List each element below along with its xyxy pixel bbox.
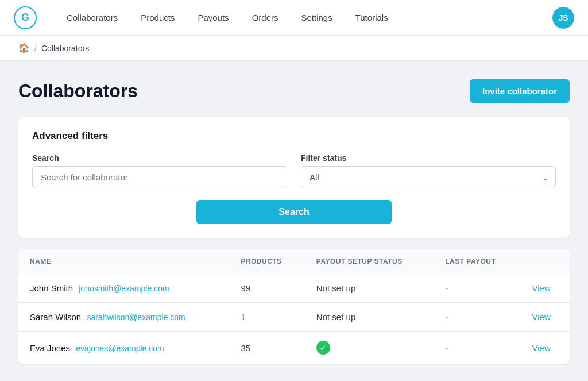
search-filter-group: Search xyxy=(32,153,287,188)
cell-action: View xyxy=(521,303,570,332)
search-button-wrap: Search xyxy=(32,200,556,224)
cell-name: Eva Jones evajones@example.com xyxy=(18,332,229,364)
cell-last-payout: - xyxy=(434,332,520,364)
collaborator-email: evajones@example.com xyxy=(76,344,164,353)
breadcrumb: 🏠 / Collaborators xyxy=(0,36,588,61)
breadcrumb-separator: / xyxy=(34,44,37,53)
logo[interactable]: G xyxy=(14,6,37,29)
filters-card: Advanced filters Search Filter status Al… xyxy=(18,117,570,238)
table-header-row: NAME PRODUCTS PAYOUT SETUP STATUS LAST P… xyxy=(18,249,570,274)
nav-orders[interactable]: Orders xyxy=(241,0,290,36)
collaborator-name: Eva Jones xyxy=(30,343,70,353)
cell-products: 99 xyxy=(229,274,304,303)
collaborator-email: johnsmith@example.com xyxy=(79,284,169,293)
status-select[interactable]: All Active Inactive xyxy=(301,166,556,188)
nav-payouts[interactable]: Payouts xyxy=(186,0,240,36)
status-select-wrap: All Active Inactive ⌄ xyxy=(301,166,556,188)
cell-name: John Smith johnsmith@example.com xyxy=(18,274,229,303)
cell-last-payout: - xyxy=(434,274,520,303)
page-header: Collaborators Invite collaborator xyxy=(18,79,570,103)
home-icon[interactable]: 🏠 xyxy=(18,43,30,53)
cell-payout-status: Not set up xyxy=(305,303,434,332)
col-name: NAME xyxy=(18,249,229,274)
cell-name: Sarah Wilson sarahwilson@example.com xyxy=(18,303,229,332)
col-products: PRODUCTS xyxy=(229,249,304,274)
collaborator-name: Sarah Wilson xyxy=(30,312,81,322)
nav-settings[interactable]: Settings xyxy=(289,0,343,36)
table-card: NAME PRODUCTS PAYOUT SETUP STATUS LAST P… xyxy=(18,249,570,364)
nav-links: Collaborators Products Payouts Orders Se… xyxy=(55,0,552,36)
col-actions xyxy=(521,249,570,274)
collaborator-email: sarahwilson@example.com xyxy=(87,313,185,322)
status-filter-group: Filter status All Active Inactive ⌄ xyxy=(301,153,556,188)
status-label: Filter status xyxy=(301,153,556,163)
col-last-payout: LAST PAYOUT xyxy=(434,249,520,274)
cell-products: 1 xyxy=(229,303,304,332)
user-avatar[interactable]: JS xyxy=(552,7,574,29)
filters-title: Advanced filters xyxy=(32,130,556,142)
cell-action: View xyxy=(521,274,570,303)
payout-verified-icon: ✓ xyxy=(316,341,330,355)
search-input[interactable] xyxy=(32,166,287,188)
table-row: Eva Jones evajones@example.com 35 ✓ - Vi… xyxy=(18,332,570,364)
view-link[interactable]: View xyxy=(532,283,551,293)
table-row: Sarah Wilson sarahwilson@example.com 1 N… xyxy=(18,303,570,332)
view-link[interactable]: View xyxy=(532,312,551,322)
cell-action: View xyxy=(521,332,570,364)
main-content: Collaborators Invite collaborator Advanc… xyxy=(0,61,588,381)
filters-row: Search Filter status All Active Inactive… xyxy=(32,153,556,188)
breadcrumb-current: Collaborators xyxy=(41,44,89,53)
cell-products: 35 xyxy=(229,332,304,364)
invite-collaborator-button[interactable]: Invite collaborator xyxy=(470,79,570,103)
page-title: Collaborators xyxy=(18,80,138,102)
cell-payout-status: Not set up xyxy=(305,274,434,303)
table-row: John Smith johnsmith@example.com 99 Not … xyxy=(18,274,570,303)
nav-collaborators[interactable]: Collaborators xyxy=(55,0,129,36)
nav-tutorials[interactable]: Tutorials xyxy=(344,0,400,36)
search-button[interactable]: Search xyxy=(196,200,392,224)
collaborator-name: John Smith xyxy=(30,283,73,293)
cell-last-payout: - xyxy=(434,303,520,332)
logo-icon: G xyxy=(14,6,37,29)
view-link[interactable]: View xyxy=(532,343,551,353)
col-payout-status: PAYOUT SETUP STATUS xyxy=(305,249,434,274)
navbar: G Collaborators Products Payouts Orders … xyxy=(0,0,588,36)
search-label: Search xyxy=(32,153,287,163)
collaborators-table: NAME PRODUCTS PAYOUT SETUP STATUS LAST P… xyxy=(18,249,570,364)
nav-products[interactable]: Products xyxy=(129,0,186,36)
cell-payout-status: ✓ xyxy=(305,332,434,364)
